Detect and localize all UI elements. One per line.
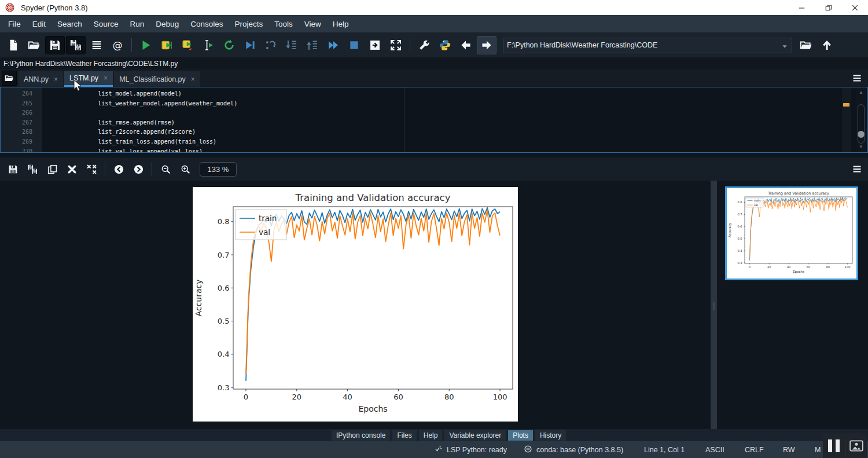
svg-text:0: 0 <box>244 393 248 401</box>
plot-thumbnail[interactable]: 0204060801000.30.40.50.60.70.8Training a… <box>725 186 858 280</box>
svg-text:60: 60 <box>393 393 403 401</box>
preferences-button[interactable] <box>414 36 434 54</box>
run-file-button[interactable] <box>136 36 156 54</box>
plots-options-menu-button[interactable] <box>849 162 865 176</box>
editor-tab-lstm-py[interactable]: LSTM.py× <box>64 71 113 87</box>
menu-tools[interactable]: Tools <box>269 15 299 33</box>
recorder-pause-button[interactable] <box>823 434 845 458</box>
symbol-finder-button[interactable]: @ <box>108 36 127 54</box>
close-tab-icon[interactable]: × <box>191 75 195 83</box>
bottom-tab-history[interactable]: History <box>535 430 566 441</box>
editor-tab-ml_classification-py[interactable]: ML_Classification.py× <box>114 71 200 87</box>
new-file-button[interactable] <box>3 36 23 54</box>
scrollbar-dot[interactable] <box>858 131 865 138</box>
menu-consoles[interactable]: Consoles <box>185 15 229 33</box>
remove-all-plots-button[interactable] <box>83 160 100 178</box>
editor-scrollbar[interactable]: ▲ ▼ <box>856 88 866 152</box>
svg-text:40: 40 <box>343 393 352 401</box>
conda-icon <box>524 445 536 455</box>
run-cell-advance-button[interactable] <box>178 36 197 54</box>
file-switcher-button[interactable] <box>87 36 106 54</box>
line-number: 267 <box>1 118 42 128</box>
chevron-down-icon[interactable] <box>781 42 788 49</box>
parent-directory-button[interactable] <box>817 36 837 54</box>
stop-debugging-button[interactable] <box>344 36 364 54</box>
menu-run[interactable]: Run <box>124 15 150 33</box>
menu-file[interactable]: File <box>2 15 27 33</box>
menu-source[interactable]: Source <box>88 15 124 33</box>
browse-tabs-button[interactable] <box>2 71 17 86</box>
svg-text:0.5: 0.5 <box>738 237 742 240</box>
previous-plot-button[interactable] <box>110 160 127 178</box>
browse-working-directory-button[interactable] <box>796 36 816 54</box>
line-number: 269 <box>1 137 42 147</box>
step-return-button[interactable] <box>303 36 322 54</box>
working-directory-field[interactable]: F:\Python HardDisk\Weather Forcasting\CO… <box>503 38 792 53</box>
maximize-pane-button[interactable] <box>365 36 385 54</box>
editor-tab-ann-py[interactable]: ANN.py× <box>19 71 63 87</box>
menu-projects[interactable]: Projects <box>229 15 269 33</box>
spyder-logo-icon <box>5 2 15 13</box>
scroll-down-icon[interactable]: ▼ <box>858 145 865 149</box>
bottom-tab-ipython-console[interactable]: IPython console <box>332 430 390 441</box>
code-line <box>42 108 841 118</box>
restore-button[interactable] <box>815 0 841 15</box>
minimize-button[interactable] <box>788 0 815 15</box>
svg-text:Epochs: Epochs <box>793 270 804 274</box>
rerun-cell-button[interactable] <box>219 36 239 54</box>
back-button[interactable] <box>456 36 476 54</box>
bottom-tab-help[interactable]: Help <box>419 430 443 441</box>
menu-edit[interactable]: Edit <box>27 15 52 33</box>
save-all-plots-button[interactable] <box>24 160 41 178</box>
step-into-button[interactable] <box>282 36 301 54</box>
menu-view[interactable]: View <box>299 15 327 33</box>
next-plot-button[interactable] <box>130 160 147 178</box>
pane-splitter[interactable] <box>711 181 717 441</box>
pythonpath-manager-button[interactable] <box>435 36 455 54</box>
debug-file-button[interactable] <box>240 36 260 54</box>
interpreter-status[interactable]: conda: base (Python 3.8.5) <box>524 441 623 458</box>
lsp-icon <box>434 445 447 455</box>
close-button[interactable] <box>841 0 868 15</box>
line-number: 265 <box>1 99 42 109</box>
copy-image-button[interactable] <box>43 160 61 178</box>
thumb-chart: 0204060801000.30.40.50.60.70.8Training a… <box>727 188 856 279</box>
menu-search[interactable]: Search <box>52 15 88 33</box>
close-tab-icon[interactable]: × <box>54 75 58 83</box>
remove-plot-button[interactable] <box>63 160 80 178</box>
editor-options-menu-button[interactable] <box>849 71 865 85</box>
code-editor[interactable]: 264265266267268269270 list_model.append(… <box>0 87 868 153</box>
bottom-tab-plots[interactable]: Plots <box>508 430 533 441</box>
svg-text:0.3: 0.3 <box>738 261 742 265</box>
forward-button[interactable] <box>477 36 496 54</box>
toolbar-separator <box>152 162 152 176</box>
run-cell-button[interactable] <box>157 36 176 54</box>
plot-figure: 0204060801000.30.40.50.60.70.8Training a… <box>193 187 518 422</box>
scroll-up-icon[interactable]: ▲ <box>858 90 865 95</box>
save-all-button[interactable] <box>66 36 86 54</box>
save-file-button[interactable] <box>45 36 65 54</box>
svg-text:@: @ <box>112 39 122 51</box>
zoom-out-button[interactable] <box>157 160 174 178</box>
toolbar-separator <box>131 38 132 52</box>
continue-execution-button[interactable] <box>323 36 343 54</box>
step-over-button[interactable] <box>261 36 281 54</box>
zoom-in-button[interactable] <box>176 160 194 178</box>
warning-flag[interactable] <box>843 103 849 107</box>
menu-bar: FileEditSearchSourceRunDebugConsolesProj… <box>0 15 868 33</box>
menu-debug[interactable]: Debug <box>150 15 185 33</box>
menu-help[interactable]: Help <box>327 15 355 33</box>
bottom-tab-variable-explorer[interactable]: Variable explorer <box>444 430 506 441</box>
fullscreen-button[interactable] <box>386 36 406 54</box>
save-plot-button[interactable] <box>4 160 21 178</box>
run-selection-button[interactable] <box>198 36 218 54</box>
svg-text:60: 60 <box>807 265 810 269</box>
code-line: list_model.append(model) <box>42 89 841 99</box>
close-tab-icon[interactable]: × <box>104 74 108 82</box>
plots-toolbar-buttons <box>3 160 195 178</box>
code-area[interactable]: list_model.append(model) list_weather_mo… <box>42 87 841 152</box>
recorder-screenshot-button[interactable] <box>845 434 867 458</box>
open-file-button[interactable] <box>24 36 44 54</box>
zoom-level-indicator: 133 % <box>200 162 237 177</box>
bottom-tab-files[interactable]: Files <box>392 430 416 441</box>
